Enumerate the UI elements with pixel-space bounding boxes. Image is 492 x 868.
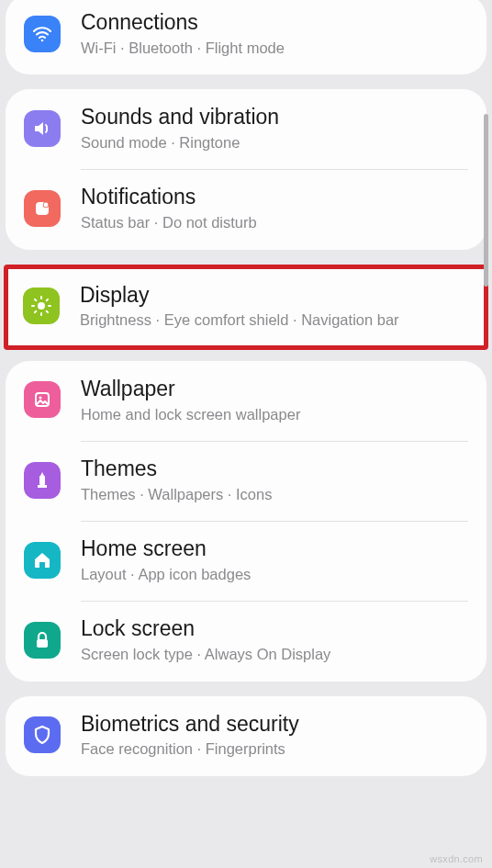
- settings-item-homescreen[interactable]: Home screen Layout · App icon badges: [6, 521, 486, 601]
- settings-card-sound-notif: Sounds and vibration Sound mode · Ringto…: [6, 89, 486, 249]
- highlight-box: Display Brightness · Eye comfort shield …: [4, 265, 488, 350]
- item-title: Display: [80, 282, 469, 309]
- svg-line-11: [35, 311, 36, 312]
- item-title: Biometrics and security: [81, 711, 468, 738]
- watermark: wsxdn.com: [430, 853, 483, 864]
- item-subtitle: Sound mode · Ringtone: [81, 133, 468, 152]
- settings-item-connections[interactable]: Connections Wi-Fi · Bluetooth · Flight m…: [6, 0, 486, 74]
- item-subtitle: Themes · Wallpapers · Icons: [81, 485, 468, 504]
- scrollbar-thumb[interactable]: [484, 114, 488, 287]
- settings-item-notifications[interactable]: Notifications Status bar · Do not distur…: [6, 169, 486, 249]
- item-text: Biometrics and security Face recognition…: [81, 711, 468, 760]
- item-subtitle: Home and lock screen wallpaper: [81, 405, 468, 424]
- settings-item-wallpaper[interactable]: Wallpaper Home and lock screen wallpaper: [6, 361, 486, 441]
- item-text: Wallpaper Home and lock screen wallpaper: [81, 376, 468, 424]
- svg-rect-16: [37, 639, 48, 648]
- item-subtitle: Status bar · Do not disturb: [81, 213, 468, 232]
- shield-icon: [24, 716, 61, 753]
- item-subtitle: Screen lock type · Always On Display: [81, 645, 468, 664]
- settings-item-sounds[interactable]: Sounds and vibration Sound mode · Ringto…: [6, 89, 486, 169]
- item-text: Lock screen Screen lock type · Always On…: [81, 615, 468, 664]
- settings-item-themes[interactable]: Themes Themes · Wallpapers · Icons: [6, 441, 486, 521]
- notification-icon: [24, 190, 61, 227]
- item-title: Wallpaper: [81, 376, 468, 402]
- item-text: Connections Wi-Fi · Bluetooth · Flight m…: [81, 9, 468, 58]
- themes-icon: [24, 462, 61, 499]
- item-text: Home screen Layout · App icon badges: [81, 535, 468, 584]
- item-subtitle: Layout · App icon badges: [81, 565, 468, 584]
- item-text: Themes Themes · Wallpapers · Icons: [81, 456, 468, 504]
- svg-point-0: [41, 39, 44, 41]
- svg-point-4: [38, 302, 45, 310]
- item-subtitle: Face recognition · Fingerprints: [81, 739, 468, 759]
- item-text: Notifications Status bar · Do not distur…: [81, 184, 468, 232]
- wifi-icon: [24, 16, 61, 52]
- item-title: Home screen: [81, 535, 468, 562]
- sound-icon: [24, 110, 61, 147]
- svg-rect-15: [39, 476, 45, 485]
- item-text: Sounds and vibration Sound mode · Ringto…: [81, 104, 468, 152]
- item-text: Display Brightness · Eye comfort shield …: [80, 282, 469, 331]
- settings-card-security: Biometrics and security Face recognition…: [6, 696, 486, 776]
- svg-point-3: [44, 203, 49, 208]
- item-title: Themes: [81, 456, 468, 482]
- item-title: Connections: [81, 9, 468, 36]
- svg-line-9: [35, 299, 36, 300]
- settings-item-biometrics[interactable]: Biometrics and security Face recognition…: [6, 696, 486, 776]
- home-icon: [24, 542, 61, 579]
- settings-card-ui: Wallpaper Home and lock screen wallpaper…: [6, 361, 486, 682]
- item-title: Lock screen: [81, 615, 468, 642]
- item-title: Notifications: [81, 184, 468, 210]
- item-subtitle: Brightness · Eye comfort shield · Naviga…: [80, 310, 469, 330]
- settings-item-lockscreen[interactable]: Lock screen Screen lock type · Always On…: [6, 601, 486, 681]
- settings-card-connections: Connections Wi-Fi · Bluetooth · Flight m…: [6, 0, 486, 74]
- settings-item-display[interactable]: Display Brightness · Eye comfort shield …: [8, 269, 484, 345]
- svg-line-10: [47, 311, 48, 312]
- svg-line-12: [47, 299, 48, 300]
- lock-icon: [24, 622, 61, 659]
- wallpaper-icon: [24, 381, 61, 418]
- item-title: Sounds and vibration: [81, 104, 468, 130]
- item-subtitle: Wi-Fi · Bluetooth · Flight mode: [81, 39, 468, 58]
- svg-point-14: [39, 397, 42, 400]
- brightness-icon: [23, 287, 60, 324]
